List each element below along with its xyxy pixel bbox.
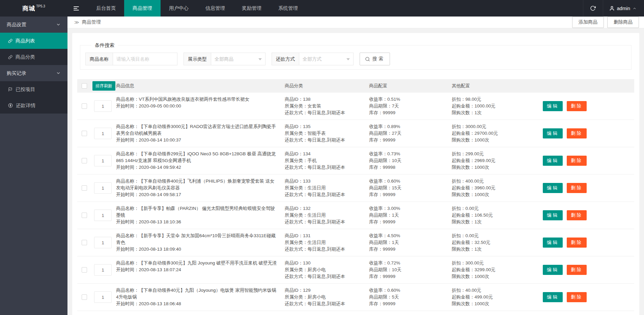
product-period: 27天 (392, 131, 402, 136)
add-product-button[interactable]: 添加商品 (572, 17, 604, 28)
sort-order-input[interactable] (94, 291, 112, 303)
repay-method: 每日返息,到期还本 (308, 137, 345, 143)
row-checkbox[interactable] (82, 131, 87, 136)
search-button[interactable]: 搜索 (360, 53, 390, 65)
field-label: 限购次数： (452, 137, 475, 143)
sort-order-input[interactable] (94, 128, 112, 139)
delete-button[interactable]: 删除 (567, 210, 587, 220)
edit-button[interactable]: 编辑 (543, 183, 563, 193)
sidebar-group-label: 购买记录 (7, 65, 26, 81)
user-menu[interactable]: admin (603, 0, 644, 17)
row-checkbox[interactable] (82, 240, 87, 245)
field-label: 折扣： (452, 206, 466, 211)
nav-item-system[interactable]: 系统管理 (270, 0, 306, 17)
delete-button[interactable]: 删除 (567, 101, 587, 111)
field-label: 商品期限： (369, 294, 392, 300)
delete-button[interactable]: 删除 (567, 238, 587, 248)
delete-button[interactable]: 删除 (567, 292, 587, 302)
sort-order-input[interactable] (94, 210, 112, 221)
row-checkbox[interactable] (82, 294, 87, 300)
display-type-select[interactable]: 全部商品 (211, 53, 265, 65)
sidebar-group-purchase-records[interactable]: 购买记录 (0, 65, 67, 81)
start-time: 2020-08-14 10:00:37 (139, 137, 181, 143)
stock-count: 99999 (383, 137, 396, 143)
sort-order-input[interactable] (94, 182, 112, 194)
stock-count: 99999 (383, 274, 396, 279)
sidebar-item-invested-projects[interactable]: 已投项目 (0, 81, 67, 97)
field-label: 收益率： (369, 260, 387, 265)
field-label: 所属分类： (285, 267, 308, 272)
product-id: 134 (303, 151, 311, 156)
link-icon (8, 39, 12, 43)
page-actions: 添加商品 删除商品 (572, 17, 639, 28)
delete-button[interactable]: 删除 (567, 183, 587, 193)
select-caret-icon (346, 58, 350, 60)
row-checkbox[interactable] (82, 103, 87, 109)
edit-button[interactable]: 编辑 (543, 101, 563, 111)
edit-button[interactable]: 编辑 (543, 156, 563, 166)
edit-button[interactable]: 编辑 (543, 265, 563, 275)
delete-button[interactable]: 删除 (567, 128, 587, 138)
product-id: 129 (303, 288, 311, 293)
field-label: 收益率： (369, 124, 387, 129)
row-checkbox[interactable] (82, 185, 87, 191)
column-header-other: 其他配置 (452, 83, 534, 89)
sort-order-input[interactable] (94, 155, 112, 166)
sidebar-item-repayment-details[interactable]: 还款详情 (0, 97, 67, 114)
sidebar-group-goods-settings[interactable]: 商品设置 (0, 17, 67, 33)
field-label: 起购金额： (452, 213, 475, 218)
refresh-button[interactable] (583, 0, 603, 17)
cell-product-info: 商品名称：VT系列中国风旗袍改良版连衣裙两件套性感吊带长裙女 开始时间：2020… (116, 96, 285, 109)
start-time: 2020-08-13 18:06:48 (139, 301, 181, 306)
nav-item-goods[interactable]: 商品管理 (124, 0, 161, 17)
breadcrumb-bar: ≫ 商品管理 添加商品 删除商品 (67, 17, 644, 28)
delete-button[interactable]: 删除 (567, 156, 587, 166)
field-label: 折扣： (452, 233, 466, 238)
row-checkbox[interactable] (82, 267, 87, 273)
stock-count: 99999 (383, 247, 396, 252)
sort-refresh-button[interactable]: 排序刷新 (92, 81, 115, 91)
sort-order-input[interactable] (94, 264, 112, 276)
row-checkbox[interactable] (82, 158, 87, 163)
stock-count: 99998 (383, 165, 396, 170)
field-label: 折扣： (452, 124, 466, 129)
row-checkbox[interactable] (82, 213, 87, 218)
repay-method: 每日返息,到期还本 (308, 192, 345, 197)
product-id: 131 (303, 233, 311, 238)
row-actions: 编辑 删除 (534, 101, 634, 111)
nav-item-reward[interactable]: 奖励管理 (233, 0, 270, 17)
edit-button[interactable]: 编辑 (543, 238, 563, 248)
product-period: 7天 (392, 103, 399, 108)
cell-product-info: 商品名称：【下单自动领券300元】九阳 Joyoung 破壁不用手洗豆浆机 破壁… (116, 260, 285, 273)
delete-button[interactable]: 删除 (567, 265, 587, 275)
product-name-input[interactable] (113, 53, 177, 65)
sort-order-input[interactable] (94, 237, 112, 248)
min-purchase-amount: 106.50元 (475, 213, 493, 218)
stock-count: 99999 (383, 301, 396, 306)
edit-button[interactable]: 编辑 (543, 210, 563, 220)
field-label: 商品名称： (116, 97, 139, 102)
cell-product-config: 收益率：0.60% 商品期限：5天 库存：99999 (369, 287, 452, 307)
field-label: 所属分类： (285, 103, 308, 108)
product-id: 135 (303, 124, 311, 129)
delete-product-button[interactable]: 删除商品 (607, 17, 639, 28)
product-id: 138 (303, 97, 311, 102)
nav-item-users[interactable]: 用户中心 (161, 0, 197, 17)
repay-type-select[interactable]: 全部方式 (299, 53, 354, 65)
nav-item-info[interactable]: 信息管理 (197, 0, 233, 17)
field-label: 商品期限： (369, 185, 392, 190)
field-label: 商品期限： (369, 267, 392, 272)
sidebar-item-goods-list[interactable]: 商品列表 (0, 33, 67, 49)
sidebar-item-label: 商品分类 (16, 49, 35, 65)
sort-order-input[interactable] (94, 100, 112, 112)
field-label: 商品名称： (116, 151, 139, 156)
hamburger-icon[interactable] (67, 0, 85, 17)
sidebar-item-goods-category[interactable]: 商品分类 (0, 49, 67, 65)
nav-item-home[interactable]: 后台首页 (88, 0, 124, 17)
product-name: 【新手专享】天堂伞 加大加固64cm*10骨三折晴雨商务伞3311E碰藏青色 (116, 233, 276, 245)
product-period: 5天 (392, 294, 399, 300)
edit-button[interactable]: 编辑 (543, 128, 563, 138)
edit-button[interactable]: 编辑 (543, 292, 563, 302)
select-all-checkbox[interactable] (82, 83, 87, 89)
chevron-up-icon (633, 6, 637, 10)
